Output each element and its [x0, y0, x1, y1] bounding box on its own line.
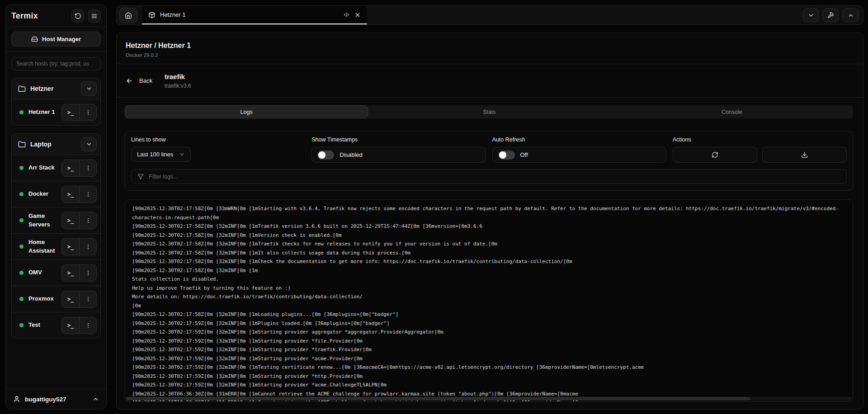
chevron-up-icon	[93, 396, 99, 402]
host-row[interactable]: Proxmox >_	[12, 286, 100, 312]
host-row[interactable]: Arr Stack >_	[12, 155, 100, 181]
host-actions: >_	[61, 238, 97, 255]
container-name: traefik	[165, 73, 191, 80]
collapse-group-button[interactable]	[81, 137, 97, 151]
tab-logs[interactable]: Logs	[125, 105, 368, 118]
kebab-menu-icon	[85, 322, 91, 329]
refresh-logs-button[interactable]	[673, 147, 757, 163]
hammer-icon	[827, 12, 834, 19]
topbar-right-buttons	[803, 8, 863, 22]
filter-logs-input[interactable]	[149, 174, 840, 180]
back-button[interactable]: Back	[126, 77, 152, 85]
download-logs-button[interactable]	[762, 147, 847, 163]
host-menu-button[interactable]	[79, 265, 96, 281]
log-line: [90m2025-12-30T02:17:58Z[0m [32mINF[0m […	[132, 257, 853, 266]
kebab-menu-icon	[85, 244, 91, 250]
host-actions: >_	[61, 264, 97, 282]
host-menu-button[interactable]	[79, 160, 96, 176]
close-icon[interactable]	[354, 12, 361, 18]
host-name: Arr Stack	[28, 164, 57, 172]
timestamps-toggle[interactable]	[317, 151, 334, 160]
host-row[interactable]: Home Assistant >_	[12, 233, 100, 259]
arrow-left-icon	[126, 77, 133, 85]
controls-grid: Lines to show Last 100 lines Show Timest…	[131, 136, 847, 163]
open-terminal-button[interactable]: >_	[62, 160, 79, 176]
log-line: [90m2025-12-30T02:17:58Z[0m [32mINF[0m […	[132, 249, 853, 258]
toggle-knob	[318, 151, 326, 159]
page-header: Hetzner / Hetzner 1 Docker 29.0.2	[117, 33, 863, 64]
package-icon	[148, 11, 156, 19]
status-online-dot	[19, 297, 24, 301]
log-line: [90m2025-12-30T02:17:59Z[0m [32mINF[0m […	[132, 337, 853, 346]
log-line: [90m2025-12-30T02:17:59Z[0m [32mINF[0m […	[132, 328, 853, 337]
auto-refresh-toggle[interactable]	[498, 151, 515, 160]
host-actions: >_	[61, 291, 97, 308]
panel-up-button[interactable]	[843, 8, 859, 22]
scrollbar-thumb[interactable]	[126, 397, 750, 400]
log-output[interactable]: [90m2025-12-30T02:17:58Z[0m [33mWRN[0m […	[125, 199, 853, 402]
host-name: Docker	[28, 190, 57, 198]
host-menu-button[interactable]	[79, 212, 96, 229]
open-terminal-button[interactable]: >_	[62, 212, 79, 229]
toggle-knob	[499, 151, 506, 159]
tools-button[interactable]	[823, 8, 839, 22]
log-line: [90m2025-12-30T02:17:58Z[0m [32mINF[0m […	[132, 231, 853, 240]
actions-buttons	[673, 147, 847, 163]
tab-console[interactable]: Console	[611, 105, 853, 118]
host-row[interactable]: Docker >_	[12, 181, 100, 207]
host-group-laptop: Laptop Arr Stack >_	[11, 133, 101, 339]
host-menu-button[interactable]	[79, 317, 96, 334]
funnel-icon	[137, 174, 144, 180]
home-button[interactable]	[119, 8, 137, 23]
download-icon	[801, 151, 808, 158]
tab-hetzner-1[interactable]: Hetzner 1	[142, 6, 367, 24]
host-row[interactable]: OMV >_	[12, 259, 100, 286]
log-line: [90m2025-12-30T02:17:59Z[0m [32mINF[0m […	[132, 319, 853, 328]
open-terminal-button[interactable]: >_	[62, 104, 79, 121]
auto-refresh-toggle-box: Off	[492, 147, 666, 163]
host-menu-button[interactable]	[79, 239, 96, 255]
sidebar-menu-button[interactable]	[88, 9, 101, 23]
open-terminal-button[interactable]: >_	[62, 317, 79, 334]
container-header: Back traefik traefik:v3.6	[117, 64, 863, 98]
host-menu-button[interactable]	[79, 291, 96, 307]
open-terminal-button[interactable]: >_	[62, 265, 79, 281]
user-menu[interactable]: bugattiguy527	[6, 389, 106, 409]
host-name: Game Servers	[28, 212, 57, 228]
search-input[interactable]	[11, 57, 101, 71]
auto-refresh-state: Off	[520, 151, 528, 158]
sidebar-spacer	[6, 364, 106, 389]
host-menu-button[interactable]	[79, 104, 96, 121]
host-menu-button[interactable]	[79, 186, 96, 202]
host-actions: >_	[61, 317, 97, 334]
group-host-list: Hetzner 1 >_	[12, 99, 100, 125]
chevron-up-icon	[848, 12, 854, 19]
chevron-down-icon	[179, 151, 185, 157]
terminal-icon: >_	[67, 270, 74, 276]
panel-down-button[interactable]	[803, 8, 819, 22]
terminal-icon: >_	[67, 217, 74, 224]
container-detail: Logs Stats Console Lines to show Last 10…	[117, 98, 863, 409]
open-terminal-button[interactable]: >_	[62, 291, 79, 307]
log-line: [90m2025-12-30T02:17:59Z[0m [32mINF[0m […	[132, 372, 853, 381]
lines-select[interactable]: Last 100 lines	[131, 147, 191, 162]
status-online-dot	[19, 192, 24, 196]
tab-stats[interactable]: Stats	[368, 105, 610, 118]
open-terminal-button[interactable]: >_	[62, 239, 79, 255]
sidebar: Termix Host Manager	[5, 5, 107, 409]
rotate-ccw-icon	[75, 13, 81, 19]
terminal-icon: >_	[67, 191, 74, 198]
split-view-icon[interactable]	[343, 11, 350, 18]
open-terminal-button[interactable]: >_	[62, 186, 79, 202]
host-row[interactable]: Hetzner 1 >_	[12, 99, 100, 125]
collapse-group-button[interactable]	[81, 82, 97, 96]
log-lines: [90m2025-12-30T02:17:58Z[0m [33mWRN[0m […	[132, 204, 853, 402]
refresh-icon	[712, 151, 718, 158]
terminal-icon: >_	[67, 296, 74, 302]
refresh-hosts-button[interactable]	[71, 9, 85, 23]
kebab-menu-icon	[85, 270, 91, 276]
host-manager-button[interactable]: Host Manager	[11, 32, 101, 47]
log-line: [90m2025-12-30T02:17:58Z[0m [32mINF[0m […	[132, 310, 853, 319]
host-row[interactable]: Test >_	[12, 312, 100, 338]
host-row[interactable]: Game Servers >_	[12, 207, 100, 233]
